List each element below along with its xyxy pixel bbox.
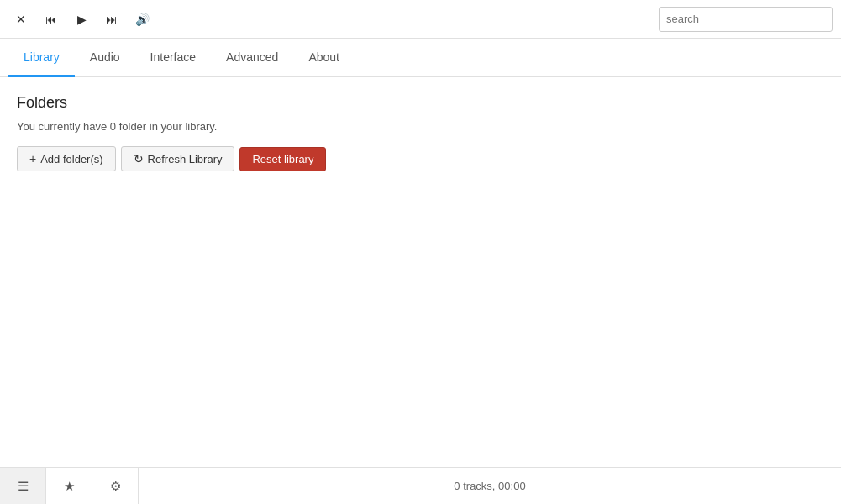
- reset-library-button[interactable]: Reset library: [239, 147, 326, 171]
- forward-button[interactable]: ⏭: [99, 7, 124, 32]
- close-button[interactable]: ✕: [8, 7, 34, 32]
- settings-button[interactable]: ⚙: [92, 468, 139, 505]
- refresh-icon: ↻: [134, 152, 144, 165]
- volume-button[interactable]: 🔊: [129, 7, 155, 32]
- tab-about[interactable]: About: [293, 39, 355, 77]
- main-content: Folders You currently have 0 folder in y…: [0, 77, 841, 467]
- tab-interface[interactable]: Interface: [135, 39, 211, 77]
- buttons-row: + Add folder(s) ↻ Refresh Library Reset …: [17, 146, 824, 171]
- tracks-info: 0 tracks, 00:00: [139, 480, 841, 492]
- folders-description: You currently have 0 folder in your libr…: [17, 120, 824, 133]
- star-icon: ★: [64, 479, 75, 494]
- add-folders-button[interactable]: + Add folder(s): [17, 146, 116, 171]
- favorites-button[interactable]: ★: [46, 468, 92, 505]
- refresh-library-button[interactable]: ↻ Refresh Library: [121, 146, 235, 171]
- tab-advanced[interactable]: Advanced: [211, 39, 293, 77]
- gear-icon: ⚙: [110, 479, 121, 494]
- tab-audio[interactable]: Audio: [75, 39, 135, 77]
- plus-icon: +: [29, 152, 36, 165]
- topbar-controls: ✕ ⏮ ▶ ⏭ 🔊: [8, 7, 155, 32]
- list-view-button[interactable]: ☰: [0, 468, 46, 505]
- tab-library[interactable]: Library: [8, 39, 75, 77]
- search-input[interactable]: [659, 7, 833, 32]
- list-icon: ☰: [18, 479, 29, 494]
- rewind-button[interactable]: ⏮: [39, 7, 64, 32]
- bottombar: ☰ ★ ⚙ 0 tracks, 00:00: [0, 467, 841, 504]
- play-button[interactable]: ▶: [69, 7, 94, 32]
- nav-tabs: Library Audio Interface Advanced About: [0, 39, 841, 77]
- folders-title: Folders: [17, 94, 824, 112]
- topbar: ✕ ⏮ ▶ ⏭ 🔊: [0, 0, 841, 39]
